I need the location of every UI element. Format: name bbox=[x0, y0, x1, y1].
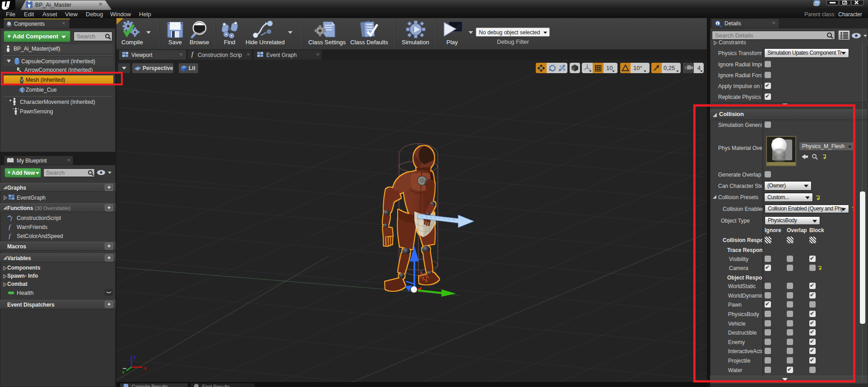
svg-text:X: X bbox=[144, 366, 147, 371]
svg-text:Z: Z bbox=[134, 355, 136, 359]
svg-text:f: f bbox=[9, 224, 11, 230]
svg-text:f: f bbox=[10, 215, 13, 221]
svg-text:f: f bbox=[9, 233, 11, 239]
svg-text:Y: Y bbox=[122, 370, 125, 375]
